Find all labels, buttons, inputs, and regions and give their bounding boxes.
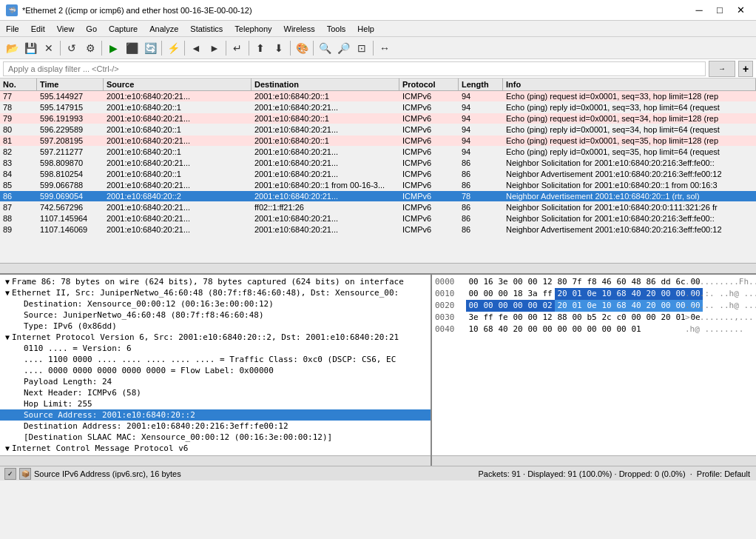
hex-byte[interactable]: 7f bbox=[570, 276, 584, 288]
hex-byte[interactable]: 02 bbox=[540, 300, 555, 312]
hex-byte[interactable]: 10 bbox=[466, 324, 481, 335]
packet-row[interactable]: 78595.1479152001:e10:6840:20::12001:e10:… bbox=[0, 102, 756, 113]
hex-bytes[interactable]: 00163e000012807ff846604886dd6c00 bbox=[466, 276, 681, 288]
hex-byte[interactable]: 12 bbox=[540, 312, 555, 324]
hex-byte[interactable]: 3a bbox=[525, 288, 540, 300]
col-header-protocol[interactable]: Protocol bbox=[399, 78, 459, 90]
maximize-button[interactable]: □ bbox=[710, 2, 729, 19]
close-capture-btn[interactable]: ✕ bbox=[40, 39, 58, 57]
packet-row[interactable]: 79596.1919932001:e10:6840:20:21...2001:e… bbox=[0, 113, 756, 124]
hex-hscroll[interactable] bbox=[432, 455, 756, 466]
packet-row[interactable]: 81597.2081952001:e10:6840:20:21...2001:e… bbox=[0, 135, 756, 147]
hex-byte[interactable]: 01 bbox=[570, 300, 584, 312]
menu-item-statistics[interactable]: Statistics bbox=[184, 21, 229, 36]
hex-byte[interactable]: 00 bbox=[496, 288, 510, 300]
start-btn[interactable]: ▶ bbox=[104, 39, 122, 57]
packet-row[interactable]: 84598.8102542001:e10:6840:20::12001:e10:… bbox=[0, 169, 756, 180]
detail-item-src[interactable]: Source: JuniperNetwo_46:60:48 (80:7f:f8:… bbox=[0, 309, 431, 321]
detail-item-dst[interactable]: Destination: Xensource_00:00:12 (00:16:3… bbox=[0, 298, 431, 309]
hex-byte[interactable]: ff bbox=[481, 312, 496, 324]
hex-byte[interactable]: 18 bbox=[510, 288, 525, 300]
detail-item-ipv6[interactable]: ▼Internet Protocol Version 6, Src: 2001:… bbox=[0, 332, 431, 343]
hex-byte[interactable]: 16 bbox=[481, 276, 496, 288]
packet-row[interactable]: 83598.8098702001:e10:6840:20:21...2001:e… bbox=[0, 158, 756, 169]
col-header-info[interactable]: Info bbox=[503, 78, 756, 90]
hex-byte[interactable]: 10 bbox=[599, 300, 614, 312]
hex-byte[interactable]: 2c bbox=[599, 312, 614, 324]
detail-item-frame[interactable]: ▼Frame 86: 78 bytes on wire (624 bits), … bbox=[0, 276, 431, 287]
hex-byte[interactable]: 00 bbox=[466, 288, 481, 300]
hex-byte[interactable]: 00 bbox=[525, 276, 540, 288]
hex-byte[interactable]: 80 bbox=[555, 276, 570, 288]
packet-row[interactable]: 881107.1459642001:e10:6840:20:21...2001:… bbox=[0, 213, 756, 224]
detail-item-dstaddr[interactable]: Destination Address: 2001:e10:6840:20:21… bbox=[0, 421, 431, 432]
detail-item-dstslaac[interactable]: [Destination SLAAC MAC: Xensource_00:00:… bbox=[0, 432, 431, 443]
hex-byte[interactable]: 20 bbox=[555, 300, 570, 312]
col-header-no[interactable]: No. bbox=[0, 78, 37, 90]
hex-byte[interactable]: 00 bbox=[570, 312, 584, 324]
zoom-in-btn[interactable]: 🔍 bbox=[316, 39, 334, 57]
packet-detail-body[interactable]: ▼Frame 86: 78 bytes on wire (624 bits), … bbox=[0, 275, 431, 455]
hex-byte[interactable]: 01 bbox=[629, 324, 644, 335]
filter-apply-button[interactable]: → bbox=[709, 61, 735, 77]
hex-byte[interactable]: 00 bbox=[658, 300, 673, 312]
menu-item-telephony[interactable]: Telephony bbox=[229, 21, 277, 36]
menu-item-tools[interactable]: Tools bbox=[321, 21, 352, 36]
zoom-normal-btn[interactable]: ⊡ bbox=[353, 39, 371, 57]
hex-bytes[interactable]: 106840200000000000000001 bbox=[466, 324, 681, 335]
hex-byte[interactable]: 20 bbox=[658, 312, 673, 324]
scroll-top-btn[interactable]: ⬆ bbox=[252, 39, 269, 57]
hex-byte[interactable]: 00 bbox=[555, 324, 570, 335]
detail-item-type[interactable]: Type: IPv6 (0x86dd) bbox=[0, 321, 431, 332]
minimize-button[interactable]: ─ bbox=[689, 2, 709, 19]
capture-opts-btn[interactable]: ⚙ bbox=[81, 39, 99, 57]
hex-byte[interactable]: 00 bbox=[629, 312, 644, 324]
detail-item-hoplimit[interactable]: Hop Limit: 255 bbox=[0, 398, 431, 409]
detail-item-nexthdr[interactable]: Next Header: ICMPv6 (58) bbox=[0, 387, 431, 398]
col-header-destination[interactable]: Destination bbox=[252, 78, 399, 90]
packet-row[interactable]: 87742.5672962001:e10:6840:20:21...ff02::… bbox=[0, 202, 756, 213]
hex-byte[interactable]: 00 bbox=[525, 324, 540, 335]
packet-table-hscroll[interactable] bbox=[0, 263, 756, 273]
zoom-out-btn[interactable]: 🔎 bbox=[334, 39, 352, 57]
hex-byte[interactable]: 00 bbox=[570, 324, 584, 335]
packet-row[interactable]: 77595.1449272001:e10:6840:20:21...2001:e… bbox=[0, 91, 756, 102]
hex-byte[interactable]: c0 bbox=[614, 312, 629, 324]
open-file-btn[interactable]: 📂 bbox=[3, 39, 21, 57]
menu-item-view[interactable]: View bbox=[51, 21, 81, 36]
hex-byte[interactable]: 00 bbox=[658, 288, 673, 300]
hex-byte[interactable]: b5 bbox=[584, 312, 599, 324]
detail-item-paylen[interactable]: Payload Length: 24 bbox=[0, 376, 431, 387]
hex-byte[interactable]: 3e bbox=[466, 312, 481, 324]
hex-byte[interactable]: 00 bbox=[540, 324, 555, 335]
hex-byte[interactable]: 00 bbox=[644, 312, 658, 324]
col-header-source[interactable]: Source bbox=[104, 78, 252, 90]
detail-item-eth[interactable]: ▼Ethernet II, Src: JuniperNetwo_46:60:48… bbox=[0, 287, 431, 298]
hex-byte[interactable]: 01 bbox=[570, 288, 584, 300]
hex-byte[interactable]: 60 bbox=[614, 276, 629, 288]
hex-byte[interactable]: 00 bbox=[525, 300, 540, 312]
close-button[interactable]: ✕ bbox=[731, 2, 750, 19]
coloring-btn[interactable]: 🎨 bbox=[293, 39, 311, 57]
detail-item-srcaddr[interactable]: Source Address: 2001:e10:6840:20::2 bbox=[0, 409, 431, 421]
packet-row[interactable]: 82597.2112772001:e10:6840:20::12001:e10:… bbox=[0, 147, 756, 158]
hex-byte[interactable]: 00 bbox=[466, 276, 481, 288]
hex-byte[interactable]: 46 bbox=[599, 276, 614, 288]
hex-byte[interactable]: 48 bbox=[629, 276, 644, 288]
menu-item-help[interactable]: Help bbox=[351, 21, 380, 36]
hex-byte[interactable]: 00 bbox=[614, 324, 629, 335]
hex-dump-body[interactable]: 000000163e000012807ff846604886dd6c00..>.… bbox=[432, 275, 756, 455]
hex-byte[interactable]: 00 bbox=[510, 312, 525, 324]
hex-byte[interactable]: 20 bbox=[644, 288, 658, 300]
hex-byte[interactable]: 00 bbox=[525, 312, 540, 324]
status-icon-1[interactable]: ✓ bbox=[4, 468, 16, 480]
stop-btn[interactable]: ⬛ bbox=[123, 39, 141, 57]
menu-item-wireless[interactable]: Wireless bbox=[278, 21, 321, 36]
detail-item-trafficclass[interactable]: .... 1100 0000 .... .... .... .... .... … bbox=[0, 354, 431, 365]
hex-byte[interactable]: 00 bbox=[481, 288, 496, 300]
hex-byte[interactable]: 00 bbox=[496, 300, 510, 312]
hex-byte[interactable]: f8 bbox=[584, 276, 599, 288]
col-header-length[interactable]: Length bbox=[459, 78, 503, 90]
save-btn[interactable]: 💾 bbox=[21, 39, 39, 57]
scroll-bottom-btn[interactable]: ⬇ bbox=[270, 39, 288, 57]
